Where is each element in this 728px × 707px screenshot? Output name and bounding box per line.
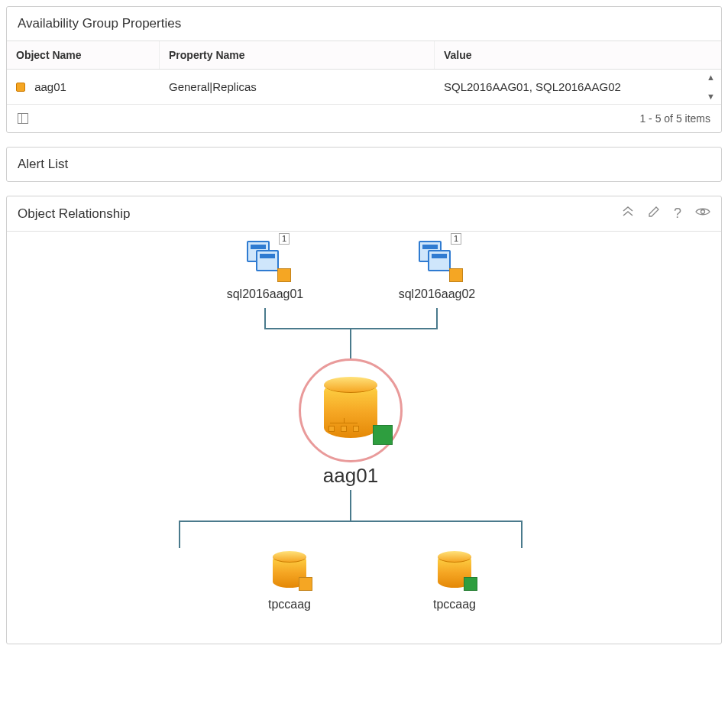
- relationship-diagram: 1 sql2016aag01 1 sql2016aag02: [7, 231, 721, 644]
- column-header-value[interactable]: Value: [435, 41, 721, 69]
- columns-icon[interactable]: [18, 113, 28, 124]
- node-parent-vm[interactable]: 1 sql2016aag02: [391, 238, 483, 301]
- status-badge-icon: [277, 268, 291, 282]
- panel-title-text: Availability Group Properties: [18, 16, 181, 31]
- object-icon: [16, 83, 27, 93]
- panel-title: Object Relationship ?: [7, 196, 721, 231]
- status-badge-icon: [373, 425, 393, 445]
- replica-tree-icon: [328, 418, 359, 432]
- status-badge-icon: [449, 268, 463, 282]
- badge-count: 1: [279, 233, 290, 245]
- help-icon[interactable]: ?: [674, 206, 681, 222]
- status-badge-icon: [299, 577, 312, 591]
- availability-group-properties-panel: Availability Group Properties Object Nam…: [6, 6, 722, 133]
- connector-line: [521, 521, 523, 548]
- alert-list-panel: Alert List: [6, 147, 722, 182]
- cell-property: General|Replicas: [160, 70, 435, 104]
- node-label: sql2016aag02: [391, 287, 483, 301]
- node-child-db[interactable]: tpccaag: [409, 550, 500, 611]
- panel-title-text: Object Relationship: [18, 206, 130, 222]
- table-row[interactable]: aag01 General|Replicas SQL2016AAG01, SQL…: [7, 70, 721, 104]
- table-header-row: Object Name Property Name Value: [7, 41, 721, 70]
- cell-object: aag01: [7, 70, 160, 104]
- node-center[interactable]: aag01: [299, 358, 403, 488]
- node-label: tpccaag: [244, 598, 335, 611]
- edit-icon[interactable]: [648, 206, 660, 222]
- center-circle: [299, 358, 403, 462]
- node-label: sql2016aag01: [219, 287, 311, 301]
- node-child-db[interactable]: tpccaag: [244, 550, 335, 611]
- panel-actions: ?: [622, 206, 710, 222]
- cell-object-text: aag01: [34, 80, 66, 93]
- connector-line: [436, 308, 438, 328]
- table-body: aag01 General|Replicas SQL2016AAG01, SQL…: [7, 70, 721, 104]
- collapse-icon[interactable]: [622, 206, 634, 222]
- connector-line: [350, 328, 351, 358]
- badge-count: 1: [451, 233, 461, 245]
- svg-point-0: [701, 210, 705, 214]
- connector-line: [179, 521, 523, 522]
- scroll-up-icon[interactable]: ▲: [707, 73, 715, 82]
- eye-icon[interactable]: [695, 206, 710, 222]
- column-header-object[interactable]: Object Name: [7, 41, 160, 69]
- table-footer: 1 - 5 of 5 items: [7, 104, 721, 132]
- cell-value: SQL2016AAG01, SQL2016AAG02: [435, 70, 721, 104]
- scroll-arrows: ▲ ▼: [707, 70, 715, 104]
- scroll-down-icon[interactable]: ▼: [707, 92, 715, 101]
- panel-title: Alert List: [7, 148, 721, 181]
- object-relationship-panel: Object Relationship ?: [6, 196, 722, 644]
- node-label: aag01: [299, 464, 403, 488]
- connector-line: [264, 308, 266, 328]
- node-label: tpccaag: [409, 598, 500, 611]
- status-badge-icon: [464, 577, 477, 591]
- column-header-property[interactable]: Property Name: [160, 41, 435, 69]
- connector-line: [179, 521, 180, 548]
- pagination-text: 1 - 5 of 5 items: [639, 112, 710, 125]
- panel-title-text: Alert List: [18, 157, 68, 172]
- panel-title: Availability Group Properties: [7, 7, 721, 41]
- connector-line: [350, 490, 351, 521]
- node-parent-vm[interactable]: 1 sql2016aag01: [219, 238, 311, 301]
